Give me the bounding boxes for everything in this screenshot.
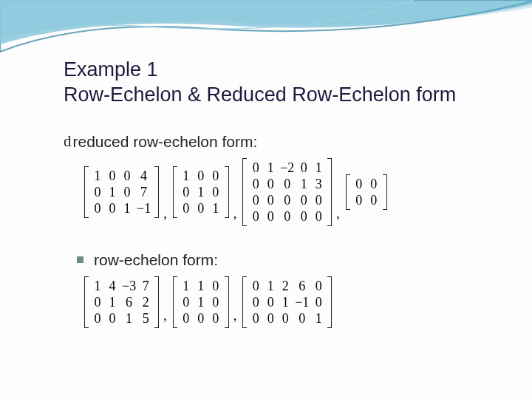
- matrix-cell: 0: [278, 310, 293, 327]
- matrix-cell: 1: [105, 184, 120, 200]
- matrix-cell: 0: [311, 208, 326, 225]
- matrix-cell: 0: [120, 184, 134, 200]
- section-reduced-row-echelon: d reduced row-echelon form: 10040107001−…: [64, 133, 532, 226]
- matrix-cell: 0: [194, 200, 208, 216]
- matrix-cell: 0: [248, 176, 263, 192]
- matrix-cell: 1: [105, 294, 120, 310]
- section1-label: reduced row-echelon form:: [73, 133, 258, 151]
- matrix-cell: 0: [293, 310, 311, 327]
- matrix-cell: 0: [278, 208, 296, 225]
- matrix-cell: 0: [90, 184, 105, 200]
- square-bullet-icon: [77, 256, 83, 263]
- section1-heading: d reduced row-echelon form:: [64, 133, 532, 151]
- matrix-cell: −1: [293, 294, 311, 310]
- title-line-1: Example 1: [64, 58, 532, 83]
- matrix-cell: 0: [105, 168, 120, 184]
- matrix-cell: 5: [138, 310, 153, 327]
- matrix-cell: 0: [366, 176, 381, 192]
- matrix-cell: 0: [248, 294, 263, 310]
- matrix-cell: 1: [90, 278, 105, 294]
- section2-heading: row-echelon form:: [64, 251, 532, 269]
- comma: ,: [233, 308, 239, 324]
- matrix-cell: 2: [138, 294, 153, 310]
- matrix-cell: 0: [179, 294, 194, 310]
- matrix-cell: 0: [263, 294, 278, 310]
- matrix-cell: 0: [208, 184, 223, 200]
- matrix-cell: 0: [105, 310, 120, 327]
- section2-matrices: 14−3701620015 , 110010000 , 01260001−100…: [84, 276, 532, 328]
- matrix-cell: 1: [120, 310, 138, 327]
- comma: ,: [233, 206, 239, 222]
- comma: ,: [163, 308, 168, 324]
- matrix-cell: 1: [263, 160, 278, 176]
- matrix-cell: 0: [90, 294, 105, 310]
- matrix-cell: 0: [352, 176, 366, 192]
- matrix-cell: 0: [179, 200, 194, 216]
- matrix-cell: 0: [248, 192, 263, 208]
- matrix-cell: 6: [120, 294, 138, 310]
- matrix-cell: 0: [296, 192, 311, 208]
- matrix-1-3: 01−201000130000000000: [242, 158, 332, 226]
- matrix-cell: 0: [208, 294, 223, 310]
- matrix-cell: 0: [248, 208, 263, 225]
- comma: ,: [336, 206, 341, 222]
- matrix-cell: 0: [120, 168, 134, 184]
- matrix-cell: 0: [179, 310, 194, 327]
- section-row-echelon: row-echelon form: 14−3701620015 , 110010…: [64, 251, 532, 328]
- matrix-1-1: 10040107001−1: [84, 166, 159, 218]
- section2-label: row-echelon form:: [94, 251, 218, 269]
- matrix-cell: 1: [263, 278, 278, 294]
- matrix-cell: 0: [366, 192, 381, 208]
- matrix-cell: 1: [311, 160, 326, 176]
- matrix-cell: 0: [208, 310, 223, 327]
- matrix-cell: 0: [263, 310, 278, 327]
- matrix-cell: 0: [90, 310, 105, 327]
- matrix-cell: 1: [179, 168, 194, 184]
- matrix-cell: 1: [311, 310, 326, 327]
- matrix-cell: 0: [208, 278, 223, 294]
- matrix-2-3: 01260001−1000001: [242, 276, 332, 328]
- matrix-cell: 0: [90, 200, 105, 216]
- matrix-cell: 0: [278, 176, 296, 192]
- matrix-cell: 7: [134, 184, 153, 200]
- matrix-cell: 2: [278, 278, 293, 294]
- matrix-cell: 0: [248, 160, 263, 176]
- matrix-cell: 1: [120, 200, 134, 216]
- matrix-cell: 0: [194, 168, 208, 184]
- matrix-cell: 0: [311, 294, 326, 310]
- matrix-1-2: 100010001: [173, 166, 229, 218]
- matrix-cell: 0: [248, 278, 263, 294]
- matrix-cell: 0: [311, 278, 326, 294]
- matrix-cell: 1: [208, 200, 223, 216]
- matrix-cell: 1: [194, 294, 208, 310]
- matrix-cell: 0: [278, 192, 296, 208]
- matrix-cell: 1: [90, 168, 105, 184]
- matrix-cell: −3: [120, 278, 138, 294]
- matrix-cell: −2: [278, 160, 296, 176]
- matrix-cell: 1: [179, 278, 194, 294]
- matrix-cell: 1: [194, 278, 208, 294]
- curly-bullet-icon: d: [64, 134, 70, 149]
- matrix-cell: 0: [263, 192, 278, 208]
- matrix-cell: 0: [105, 200, 120, 216]
- matrix-2-1: 14−3701620015: [84, 276, 159, 328]
- matrix-cell: 3: [311, 176, 326, 192]
- title-line-2: Row-Echelon & Reduced Row-Echelon form: [64, 83, 532, 108]
- matrix-cell: 4: [105, 278, 120, 294]
- matrix-cell: 1: [194, 184, 208, 200]
- comma: ,: [163, 206, 168, 222]
- matrix-cell: 1: [296, 176, 311, 192]
- matrix-cell: 0: [194, 310, 208, 327]
- matrix-1-4: 0000: [346, 174, 387, 210]
- matrix-cell: 0: [208, 168, 223, 184]
- matrix-cell: 0: [248, 310, 263, 327]
- matrix-2-2: 110010000: [173, 276, 229, 328]
- matrix-cell: 0: [263, 176, 278, 192]
- slide-title: Example 1 Row-Echelon & Reduced Row-Eche…: [64, 58, 532, 108]
- matrix-cell: 4: [134, 168, 153, 184]
- matrix-cell: −1: [134, 200, 153, 216]
- matrix-cell: 0: [296, 160, 311, 176]
- matrix-cell: 1: [278, 294, 293, 310]
- matrix-cell: 0: [179, 184, 194, 200]
- matrix-cell: 0: [352, 192, 366, 208]
